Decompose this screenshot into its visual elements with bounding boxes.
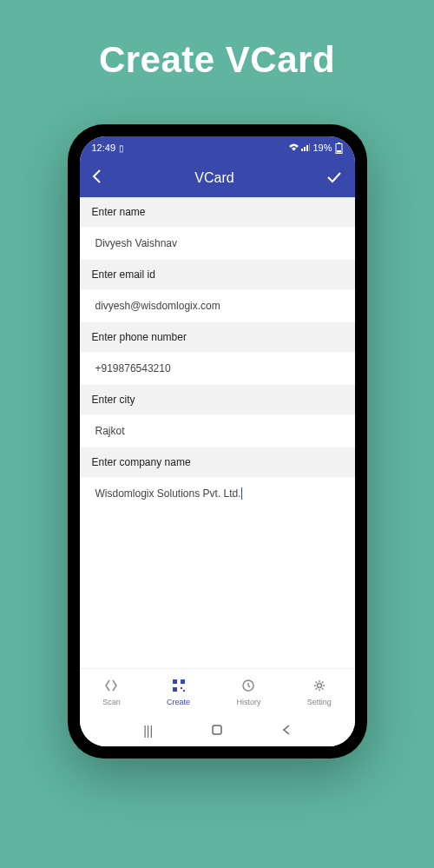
sys-nav-back[interactable]	[282, 724, 291, 739]
field-company-group: Enter company name Wisdomlogix Solutions…	[80, 447, 355, 510]
nav-history[interactable]: History	[236, 679, 260, 706]
phone-input[interactable]	[80, 352, 355, 385]
bottom-nav: Scan Create History Setting	[80, 668, 355, 715]
company-input[interactable]: Wisdomlogix Solutions Pvt. Ltd.	[80, 477, 355, 510]
nav-scan-label: Scan	[102, 698, 121, 706]
nav-setting[interactable]: Setting	[307, 679, 332, 706]
field-phone-group: Enter phone number	[80, 322, 355, 385]
status-bar: 12:49 ▯ 19%	[80, 136, 355, 159]
nav-scan[interactable]: Scan	[102, 679, 121, 706]
form-spacer	[80, 510, 355, 668]
svg-rect-1	[304, 147, 306, 151]
text-cursor	[241, 487, 242, 500]
battery-percent: 19%	[312, 142, 332, 153]
svg-point-13	[317, 683, 321, 687]
field-name-group: Enter name	[80, 197, 355, 260]
setting-icon	[312, 679, 326, 696]
svg-rect-14	[213, 726, 221, 734]
company-label: Enter company name	[80, 447, 355, 477]
phone-screen: 12:49 ▯ 19% VCard	[80, 136, 355, 746]
signal-icon	[301, 143, 310, 153]
battery-icon	[335, 142, 343, 154]
create-icon	[172, 679, 186, 696]
app-bar: VCard	[80, 159, 355, 197]
wifi-icon	[289, 143, 299, 153]
sys-nav-home[interactable]	[211, 724, 223, 739]
back-button[interactable]	[92, 169, 102, 189]
history-icon	[241, 679, 255, 696]
city-input[interactable]	[80, 414, 355, 447]
app-bar-title: VCard	[194, 170, 233, 186]
confirm-button[interactable]	[326, 169, 342, 188]
phone-frame: 12:49 ▯ 19% VCard	[68, 124, 367, 759]
svg-rect-10	[181, 687, 182, 689]
system-nav: |||	[80, 715, 355, 746]
svg-rect-7	[173, 679, 177, 684]
email-input[interactable]	[80, 289, 355, 322]
status-right: 19%	[289, 142, 342, 154]
notification-icon: ▯	[119, 143, 124, 153]
form-content: Enter name Enter email id Enter phone nu…	[80, 197, 355, 668]
sys-nav-recents[interactable]: |||	[143, 724, 153, 738]
svg-rect-0	[301, 149, 303, 151]
svg-rect-3	[309, 143, 310, 151]
name-label: Enter name	[80, 197, 355, 227]
name-input[interactable]	[80, 227, 355, 260]
svg-rect-11	[183, 690, 185, 692]
scan-icon	[104, 679, 118, 696]
field-city-group: Enter city	[80, 385, 355, 447]
field-email-group: Enter email id	[80, 260, 355, 322]
nav-create[interactable]: Create	[167, 679, 190, 706]
nav-setting-label: Setting	[307, 698, 332, 706]
city-label: Enter city	[80, 385, 355, 414]
svg-rect-8	[181, 679, 185, 684]
page-title: Create VCard	[99, 39, 335, 81]
status-time: 12:49	[92, 142, 116, 153]
svg-rect-2	[306, 145, 308, 151]
status-left: 12:49 ▯	[92, 142, 125, 153]
svg-rect-9	[173, 687, 177, 692]
svg-rect-6	[337, 150, 341, 153]
email-label: Enter email id	[80, 260, 355, 289]
nav-history-label: History	[236, 698, 260, 706]
nav-create-label: Create	[167, 698, 190, 706]
phone-label: Enter phone number	[80, 322, 355, 352]
